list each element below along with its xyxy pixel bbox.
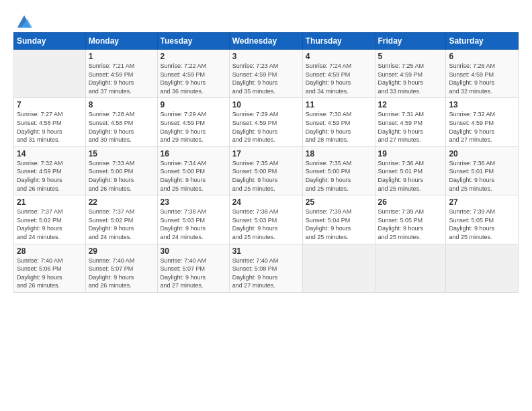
day-detail: Sunrise: 7:21 AM Sunset: 4:59 PM Dayligh…: [89, 62, 154, 95]
day-number: 4: [306, 52, 372, 61]
week-row-5: 28Sunrise: 7:40 AM Sunset: 5:06 PM Dayli…: [14, 244, 519, 292]
day-cell: 19Sunrise: 7:36 AM Sunset: 5:01 PM Dayli…: [375, 146, 446, 195]
day-number: 24: [232, 197, 300, 207]
day-number: 12: [378, 100, 443, 109]
day-cell: 26Sunrise: 7:39 AM Sunset: 5:05 PM Dayli…: [375, 195, 446, 244]
weekday-sunday: Sunday: [14, 33, 86, 50]
day-detail: Sunrise: 7:37 AM Sunset: 5:02 PM Dayligh…: [17, 208, 83, 241]
day-cell: [14, 50, 86, 98]
day-detail: Sunrise: 7:39 AM Sunset: 5:04 PM Dayligh…: [306, 208, 372, 241]
weekday-wednesday: Wednesday: [229, 33, 302, 50]
day-cell: 9Sunrise: 7:29 AM Sunset: 4:59 PM Daylig…: [157, 98, 229, 146]
day-number: 17: [232, 149, 300, 158]
day-detail: Sunrise: 7:39 AM Sunset: 5:05 PM Dayligh…: [378, 208, 443, 241]
day-cell: 27Sunrise: 7:39 AM Sunset: 5:05 PM Dayli…: [446, 195, 519, 244]
day-number: 13: [449, 100, 515, 109]
week-row-4: 21Sunrise: 7:37 AM Sunset: 5:02 PM Dayli…: [14, 195, 519, 244]
day-detail: Sunrise: 7:29 AM Sunset: 4:59 PM Dayligh…: [232, 110, 300, 144]
day-detail: Sunrise: 7:34 AM Sunset: 5:00 PM Dayligh…: [161, 159, 226, 193]
day-detail: Sunrise: 7:40 AM Sunset: 5:08 PM Dayligh…: [232, 257, 300, 290]
day-number: 2: [161, 52, 226, 61]
calendar: SundayMondayTuesdayWednesdayThursdayFrid…: [13, 32, 519, 293]
day-cell: 25Sunrise: 7:39 AM Sunset: 5:04 PM Dayli…: [302, 195, 375, 244]
header: [13, 12, 519, 28]
day-cell: 29Sunrise: 7:40 AM Sunset: 5:07 PM Dayli…: [85, 244, 157, 292]
day-cell: 28Sunrise: 7:40 AM Sunset: 5:06 PM Dayli…: [14, 244, 86, 292]
day-number: 18: [306, 149, 372, 158]
day-number: 1: [89, 52, 154, 61]
day-cell: 5Sunrise: 7:25 AM Sunset: 4:59 PM Daylig…: [375, 50, 446, 98]
page: SundayMondayTuesdayWednesdayThursdayFrid…: [0, 0, 532, 411]
day-number: 9: [161, 100, 226, 109]
day-number: 21: [17, 197, 83, 207]
day-number: 29: [89, 246, 154, 256]
day-number: 25: [306, 197, 372, 207]
day-detail: Sunrise: 7:26 AM Sunset: 4:59 PM Dayligh…: [449, 62, 515, 95]
day-detail: Sunrise: 7:40 AM Sunset: 5:07 PM Dayligh…: [89, 257, 154, 290]
day-number: 26: [378, 197, 443, 207]
day-cell: 3Sunrise: 7:23 AM Sunset: 4:59 PM Daylig…: [229, 50, 302, 98]
day-number: 14: [17, 149, 83, 158]
day-cell: 2Sunrise: 7:22 AM Sunset: 4:59 PM Daylig…: [157, 50, 229, 98]
day-cell: 12Sunrise: 7:31 AM Sunset: 4:59 PM Dayli…: [375, 98, 446, 146]
day-detail: Sunrise: 7:37 AM Sunset: 5:02 PM Dayligh…: [89, 208, 154, 241]
week-row-2: 7Sunrise: 7:27 AM Sunset: 4:58 PM Daylig…: [14, 98, 519, 146]
day-cell: 21Sunrise: 7:37 AM Sunset: 5:02 PM Dayli…: [14, 195, 86, 244]
day-cell: 10Sunrise: 7:29 AM Sunset: 4:59 PM Dayli…: [229, 98, 302, 146]
day-number: 16: [161, 149, 226, 158]
day-cell: 23Sunrise: 7:38 AM Sunset: 5:03 PM Dayli…: [157, 195, 229, 244]
weekday-saturday: Saturday: [446, 33, 519, 50]
day-detail: Sunrise: 7:27 AM Sunset: 4:58 PM Dayligh…: [17, 110, 83, 144]
day-detail: Sunrise: 7:40 AM Sunset: 5:07 PM Dayligh…: [161, 257, 226, 290]
weekday-tuesday: Tuesday: [157, 33, 229, 50]
day-number: 15: [89, 149, 154, 158]
day-detail: Sunrise: 7:40 AM Sunset: 5:06 PM Dayligh…: [17, 257, 83, 290]
day-detail: Sunrise: 7:36 AM Sunset: 5:01 PM Dayligh…: [449, 159, 515, 193]
day-detail: Sunrise: 7:35 AM Sunset: 5:00 PM Dayligh…: [306, 159, 372, 193]
day-cell: 11Sunrise: 7:30 AM Sunset: 4:59 PM Dayli…: [302, 98, 375, 146]
day-detail: Sunrise: 7:25 AM Sunset: 4:59 PM Dayligh…: [378, 62, 443, 95]
day-cell: 22Sunrise: 7:37 AM Sunset: 5:02 PM Dayli…: [85, 195, 157, 244]
day-number: 20: [449, 149, 515, 158]
day-detail: Sunrise: 7:28 AM Sunset: 4:58 PM Dayligh…: [89, 110, 154, 144]
logo: [13, 12, 34, 28]
day-number: 11: [306, 100, 372, 109]
day-detail: Sunrise: 7:30 AM Sunset: 4:59 PM Dayligh…: [306, 110, 372, 144]
day-cell: 6Sunrise: 7:26 AM Sunset: 4:59 PM Daylig…: [446, 50, 519, 98]
day-cell: 8Sunrise: 7:28 AM Sunset: 4:58 PM Daylig…: [85, 98, 157, 146]
day-number: 19: [378, 149, 443, 158]
day-detail: Sunrise: 7:39 AM Sunset: 5:05 PM Dayligh…: [449, 208, 515, 241]
day-cell: 15Sunrise: 7:33 AM Sunset: 5:00 PM Dayli…: [85, 146, 157, 195]
day-number: 7: [17, 100, 83, 109]
day-cell: 4Sunrise: 7:24 AM Sunset: 4:59 PM Daylig…: [302, 50, 375, 98]
day-number: 28: [17, 246, 83, 256]
day-cell: 14Sunrise: 7:32 AM Sunset: 4:59 PM Dayli…: [14, 146, 86, 195]
day-cell: 20Sunrise: 7:36 AM Sunset: 5:01 PM Dayli…: [446, 146, 519, 195]
day-number: 8: [89, 100, 154, 109]
logo-icon: [15, 12, 34, 31]
day-detail: Sunrise: 7:36 AM Sunset: 5:01 PM Dayligh…: [378, 159, 443, 193]
day-cell: 13Sunrise: 7:32 AM Sunset: 4:59 PM Dayli…: [446, 98, 519, 146]
day-cell: 16Sunrise: 7:34 AM Sunset: 5:00 PM Dayli…: [157, 146, 229, 195]
day-detail: Sunrise: 7:38 AM Sunset: 5:03 PM Dayligh…: [232, 208, 300, 241]
day-detail: Sunrise: 7:33 AM Sunset: 5:00 PM Dayligh…: [89, 159, 154, 193]
day-detail: Sunrise: 7:38 AM Sunset: 5:03 PM Dayligh…: [161, 208, 226, 241]
day-cell: 30Sunrise: 7:40 AM Sunset: 5:07 PM Dayli…: [157, 244, 229, 292]
day-number: 10: [232, 100, 300, 109]
day-cell: 7Sunrise: 7:27 AM Sunset: 4:58 PM Daylig…: [14, 98, 86, 146]
day-number: 3: [232, 52, 300, 61]
day-detail: Sunrise: 7:32 AM Sunset: 4:59 PM Dayligh…: [17, 159, 83, 193]
day-cell: 1Sunrise: 7:21 AM Sunset: 4:59 PM Daylig…: [85, 50, 157, 98]
day-cell: [302, 244, 375, 292]
day-cell: 18Sunrise: 7:35 AM Sunset: 5:00 PM Dayli…: [302, 146, 375, 195]
day-detail: Sunrise: 7:24 AM Sunset: 4:59 PM Dayligh…: [306, 62, 372, 95]
day-detail: Sunrise: 7:31 AM Sunset: 4:59 PM Dayligh…: [378, 110, 443, 144]
day-detail: Sunrise: 7:29 AM Sunset: 4:59 PM Dayligh…: [161, 110, 226, 144]
day-detail: Sunrise: 7:35 AM Sunset: 5:00 PM Dayligh…: [232, 159, 300, 193]
day-number: 6: [449, 52, 515, 61]
day-cell: 17Sunrise: 7:35 AM Sunset: 5:00 PM Dayli…: [229, 146, 302, 195]
weekday-monday: Monday: [85, 33, 157, 50]
weekday-thursday: Thursday: [302, 33, 375, 50]
day-number: 5: [378, 52, 443, 61]
day-detail: Sunrise: 7:22 AM Sunset: 4:59 PM Dayligh…: [161, 62, 226, 95]
